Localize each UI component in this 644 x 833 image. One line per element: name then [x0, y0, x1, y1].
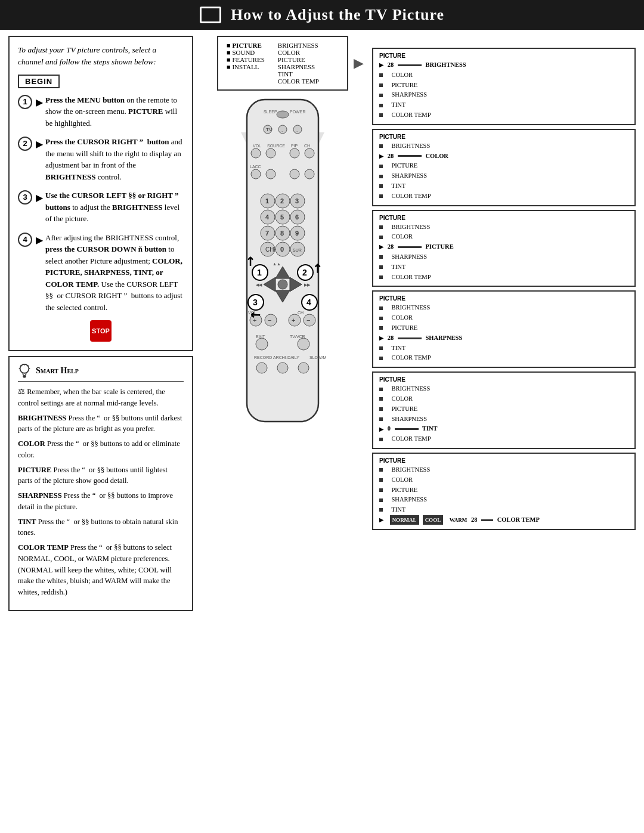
screen-menu-5: BRIGHTNESS COLOR PICTURE SHARPNESS ▶ 0 T…	[379, 384, 628, 444]
picture-row-1: PICTURE	[379, 80, 628, 91]
screen-label-6: PICTURE	[379, 457, 628, 464]
svg-point-22	[251, 148, 261, 158]
svg-text:.: .	[281, 128, 283, 133]
sharpness-row-2: SHARPNESS	[379, 171, 628, 181]
svg-text:RECORD: RECORD	[254, 355, 272, 360]
color-slider	[398, 155, 422, 157]
svg-point-28	[266, 169, 275, 179]
tint-slider	[395, 428, 419, 430]
menu-col2: BRIGHTNESS COLOR PICTURE SHARPNESS TINT …	[278, 42, 319, 85]
remote-control[interactable]: SLEEP POWER TV . . VOL SOURCE PIP CH	[223, 97, 342, 445]
svg-text:6: 6	[295, 213, 299, 221]
right-panel: ■ PICTURE ■ SOUND ■ FEATURES ■ INSTALL B…	[199, 36, 636, 611]
title-bar: How to Adjust the TV Picture	[0, 0, 644, 30]
help-sharpness: SHARPNESS Press the “ or §§ buttons to i…	[18, 490, 184, 513]
svg-text:▶▶: ▶▶	[304, 283, 311, 287]
help-brightness: BRIGHTNESS Press the “ or §§ buttons unt…	[18, 413, 184, 435]
svg-point-25	[305, 148, 314, 158]
stop-button: STOP	[90, 320, 112, 342]
svg-point-30	[305, 169, 314, 179]
menu-item-features: ■ FEATURES	[227, 56, 265, 63]
tint-row-6: TINT	[379, 505, 628, 515]
begin-button: BEGIN	[18, 75, 60, 88]
normal-btn: NORMAL	[390, 515, 419, 525]
step-arrow-3: ▶	[36, 191, 43, 205]
menu-picture: PICTURE	[278, 56, 319, 63]
svg-text:TV: TV	[266, 127, 273, 132]
step-1-content: Press the MENU button on the remote to s…	[45, 94, 184, 129]
svg-text:8: 8	[280, 230, 284, 237]
svg-text:SOURCE: SOURCE	[267, 144, 285, 148]
svg-text:−: −	[306, 317, 310, 324]
svg-point-0	[20, 364, 29, 373]
picture-row-4: PICTURE	[379, 323, 628, 333]
page-title: How to Adjust the TV Picture	[231, 6, 444, 24]
color-row-5: COLOR	[379, 394, 628, 404]
svg-text:SUR: SUR	[293, 248, 302, 252]
screen-label-3: PICTURE	[379, 215, 628, 221]
menu-arrow-right: ▶	[354, 55, 364, 71]
cool-btn: COOL	[423, 515, 444, 525]
screen-label-1: PICTURE	[379, 52, 628, 59]
menu-color-temp: COLOR TEMP	[278, 78, 319, 85]
remote-area: ■ PICTURE ■ SOUND ■ FEATURES ■ INSTALL B…	[199, 36, 366, 611]
svg-text:PIP: PIP	[291, 144, 298, 148]
sharpness-row-4: ▶ 28 SHARPNESS	[379, 333, 628, 343]
picture-row-5: PICTURE	[379, 404, 628, 414]
svg-text:5: 5	[280, 213, 284, 221]
brightness-row-5: BRIGHTNESS	[379, 384, 628, 394]
step-arrow-2: ▶	[36, 137, 43, 151]
picture-row-6: PICTURE	[379, 485, 628, 496]
svg-text:VOL: VOL	[253, 144, 261, 148]
svg-text:4: 4	[265, 213, 270, 221]
brightness-row-6: BRIGHTNESS	[379, 465, 628, 475]
svg-text:7: 7	[265, 230, 269, 237]
sharpness-row-6: SHARPNESS	[379, 495, 628, 505]
menu-color: COLOR	[278, 49, 319, 56]
screens-column: PICTURE ▶ 28 BRIGHTNESS COLOR PICTURE SH…	[372, 36, 636, 611]
color-row-6: COLOR	[379, 475, 628, 485]
step-num-4: 4	[18, 233, 32, 247]
color-row-3: COLOR	[379, 232, 628, 242]
help-color-temp: COLOR TEMP Press the “ or §§ buttons to …	[18, 542, 184, 598]
screen-label-2: PICTURE	[379, 134, 628, 140]
step-num-2: 2	[18, 137, 32, 151]
step-arrow-4: ▶	[36, 233, 43, 247]
svg-text:POWER: POWER	[290, 110, 305, 114]
svg-text:9: 9	[295, 230, 299, 237]
menu-col1: ■ PICTURE ■ SOUND ■ FEATURES ■ INSTALL	[227, 42, 265, 85]
svg-text:LACC: LACC	[250, 165, 261, 169]
svg-text:▲▲: ▲▲	[273, 262, 281, 266]
svg-point-29	[290, 169, 299, 179]
screen-color: PICTURE BRIGHTNESS ▶ 28 COLOR PICTURE SH…	[372, 129, 636, 206]
brightness-row-4: BRIGHTNESS	[379, 303, 628, 313]
remote-svg: SLEEP POWER TV . . VOL SOURCE PIP CH	[223, 97, 342, 442]
svg-text:CH: CH	[298, 311, 304, 315]
svg-line-6	[21, 365, 21, 366]
colortemp-row-6: ▶ NORMAL COOL WARM 28 COLOR TEMP	[379, 515, 628, 525]
screen-menu-1: ▶ 28 BRIGHTNESS COLOR PICTURE SHARPNESS …	[379, 60, 628, 120]
step-4: 4 ▶ After adjusting the BRIGHTNESS contr…	[18, 232, 184, 314]
brightness-row: ▶ 28 BRIGHTNESS	[379, 60, 628, 70]
brightness-row-3: BRIGHTNESS	[379, 222, 628, 233]
svg-text:−: −	[268, 317, 271, 324]
tint-row-4: TINT	[379, 343, 628, 354]
sharpness-row-3: SHARPNESS	[379, 252, 628, 262]
svg-text:+: +	[292, 317, 295, 324]
smart-help-content: ⚖ Remember, when the bar scale is center…	[18, 386, 184, 598]
colortemp-row-2: COLOR TEMP	[379, 191, 628, 202]
screen-menu-4: BRIGHTNESS COLOR PICTURE ▶ 28 SHARPNESS …	[379, 303, 628, 363]
smart-help-intro: ⚖ Remember, when the bar scale is center…	[18, 386, 184, 409]
screen-menu-3: BRIGHTNESS COLOR ▶ 28 PICTURE SHARPNESS …	[379, 222, 628, 283]
svg-point-23	[266, 148, 275, 158]
step-num-1: 1	[18, 95, 32, 109]
screen-label-5: PICTURE	[379, 376, 628, 383]
svg-text:4: 4	[306, 298, 311, 307]
scale-icon: ⚖	[18, 388, 25, 396]
menu-tint: TINT	[278, 70, 319, 78]
svg-point-24	[290, 148, 299, 158]
tint-row-3: TINT	[379, 262, 628, 272]
remote-wrapper: SLEEP POWER TV . . VOL SOURCE PIP CH	[223, 97, 342, 445]
screen-colortemp: PICTURE BRIGHTNESS COLOR PICTURE SHARPNE…	[372, 453, 636, 530]
sharpness-row-1: SHARPNESS	[379, 90, 628, 100]
